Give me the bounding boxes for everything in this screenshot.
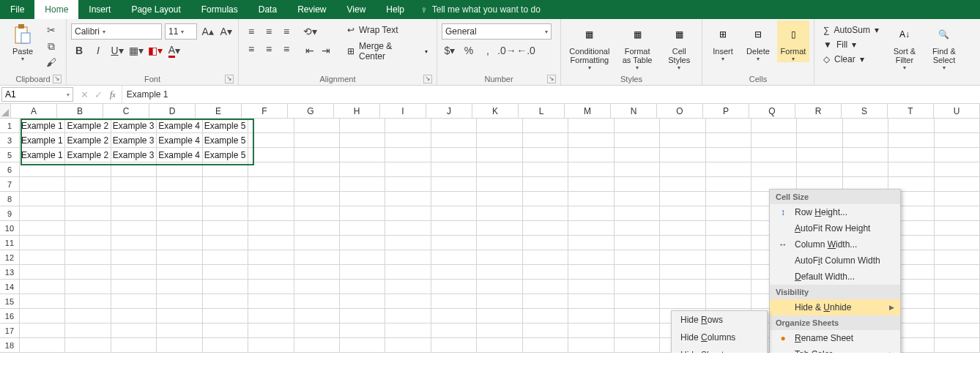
cell[interactable] [431, 206, 477, 221]
cell[interactable]: Example 4 [157, 148, 202, 162]
hide-unhide-item[interactable]: Hide & Unhide▶ [770, 299, 900, 315]
align-center-icon[interactable]: ≡ [261, 41, 277, 57]
tab-data[interactable]: Data [248, 0, 287, 19]
cell[interactable] [477, 133, 522, 148]
cell[interactable] [294, 148, 340, 162]
merge-center-button[interactable]: ⊞Merge & Center▾ [343, 40, 432, 63]
format-as-table-button[interactable]: ▦ Format as Table▾ [617, 20, 658, 71]
cell[interactable] [706, 133, 751, 148]
cell[interactable] [523, 338, 568, 353]
cell[interactable] [203, 294, 248, 309]
cell[interactable] [431, 250, 477, 265]
cell[interactable] [568, 148, 614, 162]
cell[interactable] [888, 162, 934, 177]
cell[interactable] [523, 206, 568, 221]
tab-color-item[interactable]: Tab Color▶ [770, 346, 900, 353]
cell[interactable] [797, 148, 842, 162]
cell[interactable] [157, 206, 202, 221]
cell[interactable] [523, 294, 568, 309]
cell[interactable]: Example 3 [111, 148, 157, 162]
cell[interactable] [20, 177, 65, 192]
cell[interactable] [431, 309, 477, 323]
cell[interactable] [248, 250, 294, 265]
cell[interactable] [477, 206, 522, 221]
cell[interactable] [65, 250, 111, 265]
tell-me-search[interactable]: ♀ Tell me what you want to do [420, 4, 541, 15]
cancel-formula-icon[interactable]: ✕ [81, 89, 89, 100]
cell[interactable] [660, 236, 705, 250]
column-width-item[interactable]: ↔Column Width... [770, 236, 900, 253]
cell[interactable] [431, 280, 477, 294]
cell[interactable] [65, 338, 111, 353]
column-header[interactable]: P [703, 104, 749, 119]
cell[interactable]: Example 4 [157, 119, 202, 133]
row-header[interactable]: 11 [0, 236, 20, 250]
cell[interactable] [615, 280, 660, 294]
cell[interactable] [111, 323, 157, 338]
cell[interactable] [935, 294, 980, 309]
cell[interactable] [203, 206, 248, 221]
cell[interactable]: Example 2 [65, 119, 111, 133]
cell[interactable] [157, 323, 202, 338]
cell[interactable] [523, 177, 568, 192]
align-right-icon[interactable]: ≡ [278, 41, 294, 57]
cell[interactable] [568, 309, 614, 323]
cell[interactable] [706, 294, 751, 309]
percent-format-button[interactable]: % [461, 42, 477, 59]
hide-rows-item[interactable]: Hide Rows [672, 311, 767, 329]
cell[interactable] [935, 221, 980, 236]
autosum-button[interactable]: ∑AutoSum▾ [819, 23, 883, 37]
insert-cells-button[interactable]: ⊞ Insert▾ [707, 20, 739, 62]
cell[interactable] [203, 221, 248, 236]
cell[interactable] [340, 236, 385, 250]
cell[interactable] [111, 162, 157, 177]
cell[interactable] [706, 148, 751, 162]
cell[interactable] [157, 309, 202, 323]
delete-cells-button[interactable]: ⊟ Delete▾ [742, 20, 774, 62]
cell[interactable] [340, 323, 385, 338]
column-header[interactable]: F [242, 104, 288, 119]
cell[interactable]: Example 1 [20, 119, 65, 133]
decrease-font-icon[interactable]: A▾ [218, 23, 234, 40]
cell[interactable] [751, 119, 797, 133]
cell[interactable] [385, 148, 431, 162]
launcher-icon[interactable]: ↘ [53, 75, 62, 83]
cell[interactable] [20, 206, 65, 221]
cell[interactable] [111, 309, 157, 323]
cell[interactable] [385, 323, 431, 338]
comma-format-button[interactable]: , [480, 42, 496, 59]
cell[interactable] [385, 280, 431, 294]
cell[interactable] [935, 265, 980, 280]
cell[interactable] [340, 309, 385, 323]
cell[interactable] [340, 221, 385, 236]
tab-home[interactable]: Home [34, 0, 78, 19]
cell[interactable] [65, 162, 111, 177]
enter-formula-icon[interactable]: ✓ [94, 89, 103, 100]
font-color-button[interactable]: A▾ [166, 42, 182, 59]
cell[interactable] [111, 236, 157, 250]
cell[interactable] [431, 177, 477, 192]
column-header[interactable]: B [57, 104, 103, 119]
cell[interactable] [935, 177, 980, 192]
cell[interactable] [20, 294, 65, 309]
cell[interactable] [294, 206, 340, 221]
cell[interactable] [111, 177, 157, 192]
cell[interactable] [20, 162, 65, 177]
cell[interactable]: Example 5 [203, 133, 248, 148]
cell[interactable] [385, 177, 431, 192]
cell[interactable] [385, 250, 431, 265]
cell[interactable] [203, 162, 248, 177]
cell[interactable] [615, 265, 660, 280]
cell[interactable] [157, 177, 202, 192]
cell[interactable] [431, 221, 477, 236]
cell[interactable] [294, 323, 340, 338]
cell[interactable] [431, 323, 477, 338]
cell[interactable] [843, 148, 888, 162]
cell[interactable] [615, 221, 660, 236]
cell[interactable] [935, 250, 980, 265]
cell[interactable] [568, 265, 614, 280]
cell[interactable] [523, 250, 568, 265]
cell[interactable] [20, 338, 65, 353]
cell[interactable] [523, 221, 568, 236]
autofit-column-item[interactable]: AutoFit Column Width [770, 253, 900, 269]
